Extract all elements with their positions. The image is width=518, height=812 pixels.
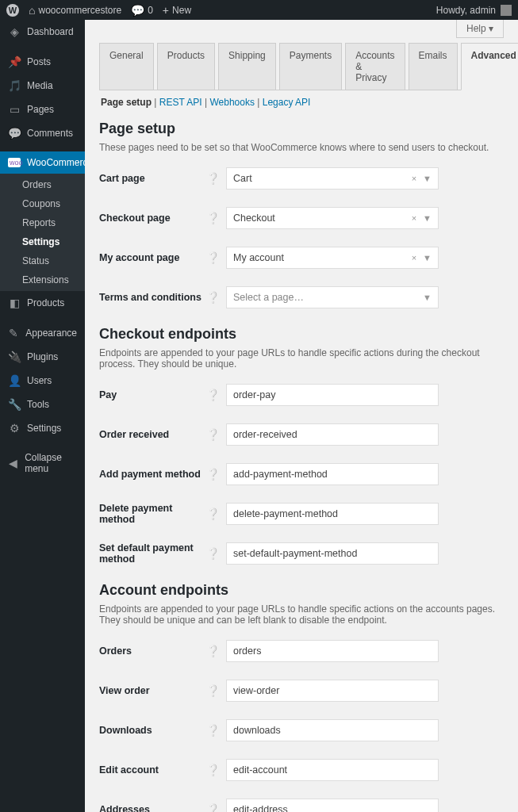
help-icon[interactable]: ❔: [206, 389, 226, 401]
tab-shipping[interactable]: Shipping: [218, 43, 276, 90]
new-link[interactable]: +New: [163, 4, 191, 17]
plugin-icon: 🔌: [8, 350, 21, 363]
chevron-down-icon: ▼: [423, 213, 432, 223]
woo-submenu: Orders Coupons Reports Settings Status E…: [0, 174, 85, 291]
menu-tools[interactable]: 🔧Tools: [0, 393, 85, 416]
help-icon[interactable]: ❔: [206, 724, 226, 737]
help-icon[interactable]: ❔: [206, 251, 226, 264]
menu-products[interactable]: ◧Products: [0, 291, 85, 315]
clear-icon[interactable]: ×: [412, 213, 416, 223]
pay-input[interactable]: [226, 384, 439, 406]
checkout-endpoints-title: Checkout endpoints: [99, 326, 504, 343]
submenu-settings[interactable]: Settings: [0, 232, 85, 251]
clear-icon[interactable]: ×: [412, 174, 416, 183]
received-label: Order received: [99, 429, 206, 440]
edit-label: Edit account: [99, 764, 206, 776]
help-icon[interactable]: ❔: [206, 172, 226, 185]
home-icon: ⌂: [29, 4, 35, 17]
help-icon[interactable]: ❔: [206, 468, 226, 481]
submenu-extensions[interactable]: Extensions: [0, 270, 85, 289]
submenu-reports[interactable]: Reports: [0, 213, 85, 232]
tab-advanced[interactable]: Advanced: [461, 43, 518, 90]
subnav: Page setup | REST API | Webhooks | Legac…: [99, 90, 504, 114]
addresses-label: Addresses: [99, 804, 206, 812]
delpm-input[interactable]: [226, 503, 439, 525]
menu-settings[interactable]: ⚙Settings: [0, 416, 85, 440]
addpm-label: Add payment method: [99, 469, 206, 480]
tab-payments[interactable]: Payments: [279, 43, 342, 90]
help-icon[interactable]: ❔: [206, 803, 226, 812]
menu-dashboard[interactable]: ◈Dashboard: [0, 20, 85, 44]
tab-accounts[interactable]: Accounts & Privacy: [345, 43, 405, 90]
account-endpoints-desc: Endpoints are appended to your page URLs…: [99, 603, 504, 626]
subnav-legacy-api[interactable]: Legacy API: [263, 97, 311, 108]
site-name: woocommercestore: [38, 5, 121, 16]
help-icon[interactable]: ❔: [206, 428, 226, 441]
menu-pages[interactable]: ▭Pages: [0, 98, 85, 121]
submenu-status[interactable]: Status: [0, 251, 85, 270]
submenu-orders[interactable]: Orders: [0, 175, 85, 194]
chevron-down-icon: ▼: [423, 253, 432, 262]
plus-icon: +: [163, 4, 169, 17]
menu-users[interactable]: 👤Users: [0, 369, 85, 393]
pin-icon: 📌: [8, 56, 21, 68]
site-link[interactable]: ⌂woocommercestore: [29, 4, 121, 17]
howdy-text: Howdy, admin: [436, 5, 496, 16]
media-icon: 🎵: [8, 79, 21, 92]
menu-plugins[interactable]: 🔌Plugins: [0, 345, 85, 369]
chevron-down-icon: ▼: [423, 293, 432, 302]
page-setup-title: Page setup: [99, 121, 504, 137]
tools-icon: 🔧: [8, 398, 21, 411]
tab-products[interactable]: Products: [157, 43, 215, 90]
subnav-webhooks[interactable]: Webhooks: [209, 97, 254, 108]
menu-woocommerce[interactable]: wooWooCommerce: [0, 151, 85, 174]
defpm-label: Set default payment method: [99, 542, 206, 565]
help-icon[interactable]: ❔: [206, 212, 226, 224]
comments-link[interactable]: 💬0: [131, 4, 153, 17]
edit-input[interactable]: [226, 759, 439, 781]
content-area: Help ▾ General Products Shipping Payment…: [85, 20, 518, 812]
help-icon[interactable]: ❔: [206, 291, 226, 304]
view-label: View order: [99, 685, 206, 696]
wp-menu[interactable]: W: [6, 4, 19, 17]
addpm-input[interactable]: [226, 463, 439, 485]
addresses-input[interactable]: [226, 799, 439, 812]
checkout-endpoints-desc: Endpoints are appended to your page URLs…: [99, 347, 504, 370]
account-label: My account page: [99, 252, 206, 263]
comment-icon: 💬: [8, 127, 21, 140]
submenu-coupons[interactable]: Coupons: [0, 194, 85, 213]
terms-label: Terms and conditions: [99, 292, 206, 303]
help-tab[interactable]: Help ▾: [456, 20, 504, 38]
tab-general[interactable]: General: [99, 43, 154, 90]
help-icon[interactable]: ❔: [206, 684, 226, 697]
tab-emails[interactable]: Emails: [409, 43, 458, 90]
account-select[interactable]: My account×▼: [226, 247, 439, 269]
terms-select[interactable]: Select a page…▼: [226, 286, 439, 308]
help-icon[interactable]: ❔: [206, 645, 226, 657]
account-link[interactable]: Howdy, admin: [436, 5, 512, 16]
menu-posts[interactable]: 📌Posts: [0, 50, 85, 74]
page-setup-desc: These pages need to be set so that WooCo…: [99, 142, 504, 153]
checkout-select[interactable]: Checkout×▼: [226, 207, 439, 229]
help-icon[interactable]: ❔: [206, 764, 226, 776]
help-icon[interactable]: ❔: [206, 508, 226, 520]
subnav-page-setup[interactable]: Page setup: [101, 97, 152, 108]
orders-input[interactable]: [226, 640, 439, 662]
checkout-label: Checkout page: [99, 213, 206, 224]
help-icon[interactable]: ❔: [206, 547, 226, 560]
menu-appearance[interactable]: ✎Appearance: [0, 321, 85, 345]
menu-comments[interactable]: 💬Comments: [0, 121, 85, 145]
clear-icon[interactable]: ×: [412, 253, 416, 262]
collapse-icon: ◀: [8, 457, 18, 469]
subnav-rest-api[interactable]: REST API: [159, 97, 202, 108]
delpm-label: Delete payment method: [99, 503, 206, 525]
avatar: [501, 5, 512, 16]
downloads-input[interactable]: [226, 719, 439, 741]
cart-select[interactable]: Cart×▼: [226, 167, 439, 190]
menu-collapse[interactable]: ◀Collapse menu: [0, 446, 85, 480]
menu-media[interactable]: 🎵Media: [0, 74, 85, 98]
received-input[interactable]: [226, 423, 439, 446]
view-input[interactable]: [226, 680, 439, 702]
gear-icon: ⚙: [8, 422, 21, 435]
defpm-input[interactable]: [226, 542, 439, 565]
